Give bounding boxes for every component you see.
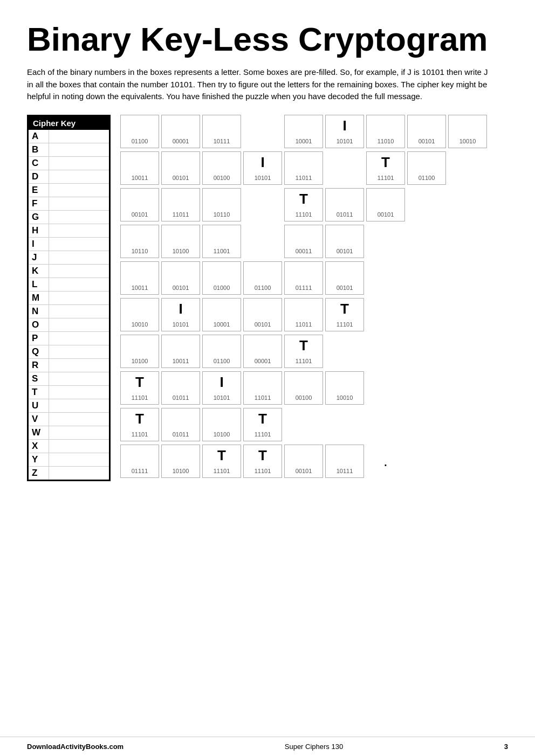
cipher-key-value[interactable] — [49, 318, 109, 331]
puzzle-cell[interactable]: 01011 — [161, 408, 200, 441]
cipher-key-row: Z — [29, 467, 109, 480]
cell-binary-code: 10010 — [449, 138, 486, 146]
puzzle-cell[interactable]: 00011 — [284, 225, 323, 258]
cipher-key-value[interactable] — [49, 359, 109, 372]
puzzle-cell[interactable]: T11101 — [243, 445, 282, 478]
puzzle-cell[interactable]: T11101 — [325, 298, 364, 331]
puzzle-cell[interactable]: T11101 — [366, 151, 405, 185]
puzzle-cell[interactable]: 00100 — [284, 371, 323, 405]
cell-binary-code: 11101 — [203, 468, 241, 476]
puzzle-cell[interactable]: 10010 — [120, 298, 159, 331]
puzzle-cell[interactable]: 10010 — [325, 371, 364, 405]
puzzle-cell[interactable]: 01011 — [325, 188, 364, 221]
cipher-key-value[interactable] — [49, 345, 109, 358]
puzzle-cell[interactable]: I10101 — [243, 151, 282, 185]
puzzle-cell[interactable]: 11011 — [243, 371, 282, 405]
puzzle-cell[interactable]: 01100 — [202, 335, 241, 368]
puzzle-cell[interactable]: 10100 — [161, 445, 200, 478]
cipher-key-value[interactable] — [49, 170, 109, 183]
puzzle-cell[interactable]: T11101 — [202, 445, 241, 478]
puzzle-cell[interactable]: 10100 — [202, 408, 241, 441]
description: Each of the binary numbers in the boxes … — [27, 66, 496, 103]
puzzle-cell[interactable]: 10011 — [120, 261, 159, 295]
puzzle-cell[interactable]: 10011 — [120, 151, 159, 185]
cipher-key-row: R — [29, 359, 109, 372]
puzzle-cell[interactable]: 11010 — [366, 115, 405, 148]
puzzle-cell[interactable]: 11011 — [284, 151, 323, 185]
puzzle-cell[interactable]: 10010 — [448, 115, 487, 148]
cipher-key-value[interactable] — [49, 224, 109, 237]
puzzle-cell[interactable]: 00101 — [243, 298, 282, 331]
cell-binary-code: 10001 — [203, 322, 241, 329]
cipher-key-value[interactable] — [49, 332, 109, 345]
cipher-key-value[interactable] — [49, 197, 109, 210]
cipher-key-value[interactable] — [49, 238, 109, 251]
puzzle-cell[interactable]: 00101 — [161, 151, 200, 185]
puzzle-cell[interactable]: 00101 — [366, 188, 405, 221]
cipher-key-value[interactable] — [49, 251, 109, 264]
puzzle-cell[interactable]: T11101 — [284, 188, 323, 221]
puzzle-cell[interactable]: 10111 — [325, 445, 364, 478]
cipher-key-value[interactable] — [49, 386, 109, 399]
puzzle-cell[interactable]: 00001 — [161, 115, 200, 148]
puzzle-cell[interactable]: 01100 — [243, 261, 282, 295]
puzzle-cell[interactable]: 11011 — [284, 298, 323, 331]
cipher-key-value[interactable] — [49, 211, 109, 224]
puzzle-cell[interactable]: 01100 — [120, 115, 159, 148]
puzzle-cell[interactable]: 01111 — [284, 261, 323, 295]
cipher-key-value[interactable] — [49, 157, 109, 170]
cipher-key-value[interactable] — [49, 265, 109, 278]
puzzle-cell[interactable]: 10100 — [120, 335, 159, 368]
cipher-key-row: T — [29, 386, 109, 399]
cipher-key-value[interactable] — [49, 305, 109, 318]
puzzle-cell[interactable]: T11101 — [120, 408, 159, 441]
puzzle-cell[interactable]: T11101 — [120, 371, 159, 405]
cipher-key-value[interactable] — [49, 399, 109, 412]
puzzle-cell[interactable]: 10011 — [161, 335, 200, 368]
cipher-key-value[interactable] — [49, 143, 109, 156]
cipher-key-row: P — [29, 332, 109, 345]
cipher-key-value[interactable] — [49, 372, 109, 385]
puzzle-cell[interactable]: 00101 — [325, 225, 364, 258]
cell-binary-code: 10100 — [162, 248, 200, 256]
puzzle-cell[interactable]: I10101 — [325, 115, 364, 148]
puzzle-cell[interactable]: T11101 — [284, 335, 323, 368]
puzzle-cell[interactable]: 01000 — [202, 261, 241, 295]
puzzle-cell[interactable]: 01011 — [161, 371, 200, 405]
puzzle-cell[interactable]: 00100 — [202, 151, 241, 185]
puzzle-cell[interactable]: 00101 — [325, 261, 364, 295]
cipher-key-value[interactable] — [49, 467, 109, 480]
puzzle-cell[interactable]: 10001 — [202, 298, 241, 331]
puzzle-cell[interactable]: 10001 — [284, 115, 323, 148]
puzzle-cell[interactable]: 11001 — [202, 225, 241, 258]
cipher-key-value[interactable] — [49, 426, 109, 439]
cipher-key-value[interactable] — [49, 184, 109, 197]
puzzle-cell[interactable]: 10110 — [120, 225, 159, 258]
cipher-key-letter: R — [29, 359, 49, 372]
cipher-key-value[interactable] — [49, 413, 109, 426]
puzzle-cell[interactable]: I10101 — [161, 298, 200, 331]
puzzle-cell[interactable]: 10100 — [161, 225, 200, 258]
cipher-key-value[interactable] — [49, 278, 109, 291]
cipher-key-value[interactable] — [49, 292, 109, 304]
puzzle-row: 1011010100110010001100101 — [120, 225, 508, 258]
puzzle-cell[interactable]: T11101 — [243, 408, 282, 441]
cipher-key-value[interactable] — [49, 453, 109, 466]
puzzle-cell[interactable]: 00101 — [161, 261, 200, 295]
cell-binary-code: 01100 — [203, 358, 241, 366]
puzzle-cell[interactable]: 00101 — [407, 115, 446, 148]
cell-binary-code: 11001 — [203, 248, 241, 256]
puzzle-cell[interactable]: 00101 — [284, 445, 323, 478]
puzzle-cell[interactable]: 00101 — [120, 188, 159, 221]
puzzle-cell[interactable]: 10110 — [202, 188, 241, 221]
puzzle-cell[interactable]: 01111 — [120, 445, 159, 478]
cell-binary-code: 11101 — [244, 432, 282, 439]
puzzle-cell[interactable]: 00001 — [243, 335, 282, 368]
puzzle-cell[interactable]: 11011 — [161, 188, 200, 221]
puzzle-cell[interactable]: 01100 — [407, 151, 446, 185]
cipher-key-value[interactable] — [49, 130, 109, 143]
puzzle-cell[interactable]: I10101 — [202, 371, 241, 405]
cipher-key-value[interactable] — [49, 440, 109, 453]
puzzle-cell[interactable]: 10111 — [202, 115, 241, 148]
cipher-key-row: L — [29, 278, 109, 292]
